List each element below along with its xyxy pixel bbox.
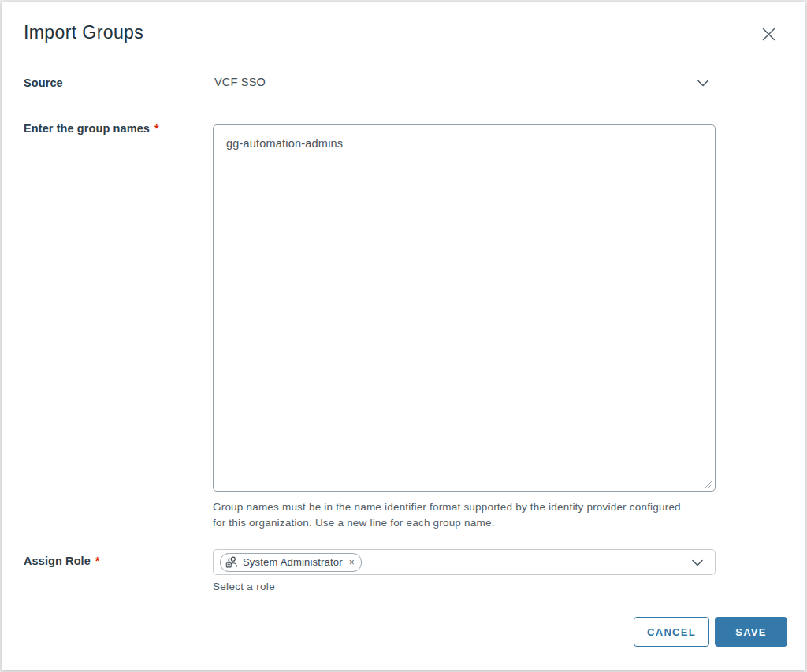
assign-role-label-text: Assign Role [24, 555, 91, 567]
role-chip: System Administrator × [220, 553, 362, 572]
page-title: Import Groups [24, 22, 143, 43]
cancel-button[interactable]: CANCEL [634, 617, 709, 647]
administrator-icon [225, 555, 239, 569]
group-names-help-line1: Group names must be in the name identifi… [213, 499, 723, 515]
save-button[interactable]: SAVE [715, 617, 787, 647]
source-select[interactable]: VCF SSO [213, 72, 716, 95]
chip-remove-icon[interactable]: × [349, 558, 355, 567]
group-names-textarea[interactable]: gg-automation-admins [213, 124, 716, 492]
role-chip-label: System Administrator [243, 556, 343, 568]
assign-role-label: Assign Role* [24, 555, 99, 567]
group-names-help-line2: for this organization. Use a new line fo… [213, 515, 723, 531]
group-names-label: Enter the group names* [24, 122, 159, 135]
close-icon [762, 28, 775, 41]
group-names-label-text: Enter the group names [24, 122, 150, 135]
close-button[interactable] [760, 25, 777, 43]
chevron-down-icon [697, 80, 709, 87]
required-asterisk: * [95, 555, 100, 567]
group-names-help: Group names must be in the name identifi… [213, 499, 723, 530]
assign-role-combobox[interactable]: System Administrator × [213, 549, 716, 575]
required-asterisk: * [154, 122, 159, 135]
select-role-hint: Select a role [213, 581, 275, 592]
chevron-down-icon [691, 559, 704, 567]
import-groups-dialog: Import Groups Source VCF SSO Enter the g… [2, 2, 805, 670]
source-select-value: VCF SSO [214, 76, 266, 88]
source-label: Source [24, 76, 63, 89]
